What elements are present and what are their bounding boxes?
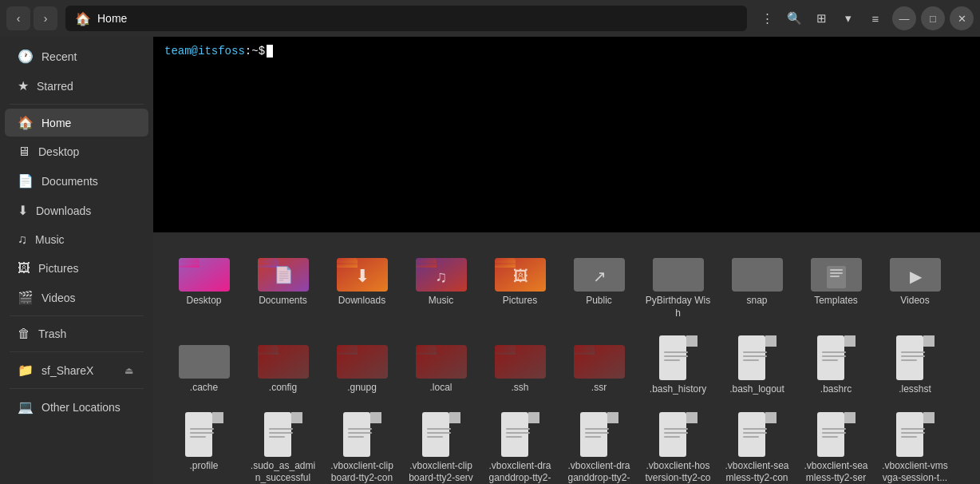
file-item-lesshst[interactable]: .lesshst — [877, 329, 953, 403]
svg-rect-137 — [822, 436, 838, 438]
search-button[interactable]: 🔍 — [782, 6, 806, 30]
svg-text:🖼: 🖼 — [512, 268, 528, 284]
sidebar-item-pictures[interactable]: 🖼 Pictures — [5, 255, 148, 282]
svg-rect-112 — [506, 432, 530, 434]
svg-rect-78 — [896, 335, 923, 380]
file-item-videos[interactable]: ▶ Videos — [877, 242, 953, 326]
file-item-gnupg[interactable]: .gnupg — [324, 329, 400, 403]
svg-rect-69 — [743, 351, 767, 353]
svg-rect-77 — [822, 359, 838, 361]
svg-rect-102 — [422, 412, 449, 457]
file-icon-bash-history — [659, 335, 697, 380]
sidebar-item-downloads[interactable]: ⬇ Downloads — [5, 196, 148, 224]
svg-rect-131 — [743, 436, 759, 438]
svg-rect-42 — [179, 350, 200, 355]
file-item-vbox4[interactable]: .vboxclient-draganddrop-tty2-s... — [561, 406, 637, 484]
back-button[interactable]: ‹ — [6, 6, 30, 30]
view-list-button[interactable]: ≡ — [863, 6, 887, 30]
file-item-local[interactable]: .local — [403, 329, 479, 403]
file-item-sudo[interactable]: .sudo_as_admin_successful — [245, 406, 321, 484]
svg-rect-48 — [337, 350, 358, 355]
file-item-desktop[interactable]: Desktop — [166, 242, 242, 326]
file-item-vbox6[interactable]: .vboxclient-seamless-tty2-cont... — [719, 406, 795, 484]
file-label-cache: .cache — [190, 382, 218, 395]
music-icon: ♫ — [18, 232, 27, 247]
svg-rect-72 — [817, 335, 844, 380]
menu-button[interactable]: ⋮ — [755, 6, 779, 30]
svg-text:♫: ♫ — [435, 268, 447, 285]
sidebar-item-home[interactable]: 🏠 Home — [5, 109, 148, 137]
file-label-desktop: Desktop — [186, 295, 221, 307]
file-item-music[interactable]: ♫ Music — [403, 242, 479, 326]
file-item-cache[interactable]: .cache — [166, 329, 242, 403]
sidebar-label-videos: Videos — [41, 292, 76, 304]
sidebar-label-desktop: Desktop — [38, 145, 79, 158]
file-item-ssr[interactable]: .ssr — [561, 329, 637, 403]
trash-icon: 🗑 — [18, 327, 30, 341]
svg-rect-33 — [830, 269, 843, 271]
sidebar-item-sfsharex[interactable]: 📁 sf_ShareX ⏏ — [5, 356, 148, 384]
file-item-bash-logout[interactable]: .bash_logout — [719, 329, 795, 403]
sidebar-item-starred[interactable]: ★ Starred — [5, 72, 148, 100]
svg-rect-108 — [501, 412, 528, 457]
file-item-pictures[interactable]: 🖼 Pictures — [482, 242, 558, 326]
forward-button[interactable]: › — [34, 6, 57, 30]
svg-rect-75 — [822, 351, 846, 353]
svg-rect-125 — [664, 436, 680, 438]
svg-rect-63 — [664, 351, 688, 353]
sidebar-item-documents[interactable]: 📄 Documents — [5, 167, 148, 195]
svg-rect-99 — [348, 428, 372, 430]
file-item-public[interactable]: ↗ Public — [561, 242, 637, 326]
file-item-profile[interactable]: .profile — [166, 406, 242, 484]
sidebar-item-recent[interactable]: 🕐 Recent — [5, 42, 148, 70]
file-icon-vbox3 — [501, 412, 539, 457]
file-item-vbox1[interactable]: .vboxclient-clipboard-tty2-cont... — [324, 406, 400, 484]
svg-rect-35 — [830, 276, 840, 277]
file-icon-profile — [185, 412, 223, 457]
file-item-downloads[interactable]: ⬇ Downloads — [324, 242, 400, 326]
sidebar-item-music[interactable]: ♫ Music — [5, 226, 148, 253]
file-label-music: Music — [429, 295, 453, 307]
terminal-pane[interactable]: team@itsfoss :~ $ — [153, 37, 980, 232]
svg-rect-124 — [664, 432, 688, 434]
file-icon-vbox2 — [422, 412, 460, 457]
file-item-snap[interactable]: snap — [719, 242, 795, 326]
svg-rect-132 — [817, 412, 844, 457]
file-icon-vbox5 — [659, 412, 697, 457]
file-label-profile: .profile — [189, 460, 218, 473]
view-dropdown-button[interactable]: ▾ — [836, 6, 860, 30]
file-label-vbox1: .vboxclient-clipboard-tty2-cont... — [329, 460, 395, 484]
view-grid-button[interactable]: ⊞ — [809, 6, 833, 30]
file-item-templates[interactable]: Templates — [798, 242, 874, 326]
eject-icon[interactable]: ⏏ — [121, 363, 136, 378]
svg-rect-135 — [822, 428, 846, 430]
svg-rect-66 — [738, 335, 765, 380]
file-item-vbox2[interactable]: .vboxclient-clipboard-tty2-servi... — [403, 406, 479, 484]
folder-icon-pictures: 🖼 — [495, 248, 546, 292]
sidebar-item-videos[interactable]: 🎬 Videos — [5, 284, 148, 311]
file-item-vbox3[interactable]: .vboxclient-draganddrop-tty2-c... — [482, 406, 558, 484]
file-item-vbox8[interactable]: .vboxclient-vmsvga-session-t... — [877, 406, 953, 484]
sidebar-item-other[interactable]: 💻 Other Locations — [5, 393, 148, 421]
file-item-vbox5[interactable]: .vboxclient-hostversion-tty2-con... — [640, 406, 716, 484]
close-button[interactable]: ✕ — [950, 6, 974, 30]
svg-rect-95 — [269, 436, 285, 438]
maximize-button[interactable]: □ — [921, 6, 945, 30]
desktop-icon: 🖥 — [18, 145, 30, 159]
file-item-documents[interactable]: 📄 Documents — [245, 242, 321, 326]
file-label-vbox3: .vboxclient-draganddrop-tty2-c... — [487, 460, 553, 484]
file-item-ssh[interactable]: .ssh — [482, 329, 558, 403]
file-item-config[interactable]: .config — [245, 329, 321, 403]
file-item-bash-history[interactable]: .bash_history — [640, 329, 716, 403]
file-item-vbox7[interactable]: .vboxclient-seamless-tty2-seri... — [798, 406, 874, 484]
sidebar-item-trash[interactable]: 🗑 Trash — [5, 320, 148, 347]
titlebar: ‹ › 🏠 Home ⋮ 🔍 ⊞ ▾ ≡ — □ ✕ — [0, 0, 980, 37]
sidebar-item-desktop[interactable]: 🖥 Desktop — [5, 138, 148, 165]
svg-rect-51 — [416, 350, 437, 355]
file-item-bashrc[interactable]: .bashrc — [798, 329, 874, 403]
file-icon-sudo — [264, 412, 302, 457]
file-label-vbox4: .vboxclient-draganddrop-tty2-s... — [566, 460, 632, 484]
svg-rect-34 — [830, 272, 843, 274]
minimize-button[interactable]: — — [892, 6, 916, 30]
file-item-pybirthday[interactable]: PyBirthday Wish — [640, 242, 716, 326]
